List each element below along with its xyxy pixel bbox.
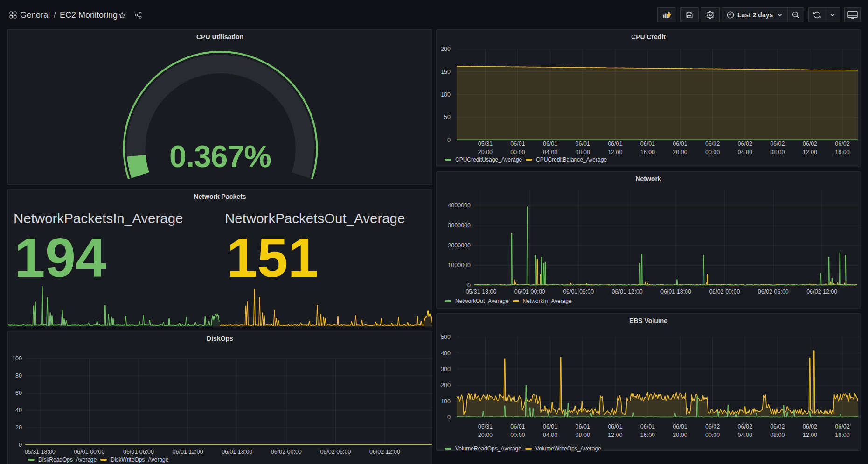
svg-text:16:00: 16:00 <box>835 149 849 155</box>
svg-text:16:00: 16:00 <box>640 149 655 155</box>
svg-text:00:00: 00:00 <box>705 432 720 438</box>
svg-text:06/02 06:00: 06/02 06:00 <box>320 449 351 455</box>
svg-text:12:00: 12:00 <box>803 149 817 155</box>
svg-text:06/02 00:00: 06/02 00:00 <box>709 288 740 295</box>
svg-text:06/02: 06/02 <box>705 141 720 147</box>
svg-text:06/02: 06/02 <box>803 141 817 147</box>
svg-text:100: 100 <box>12 355 22 362</box>
svg-text:06/02: 06/02 <box>803 423 817 430</box>
svg-text:06/02 06:00: 06/02 06:00 <box>758 288 789 295</box>
svg-text:16:00: 16:00 <box>835 432 849 438</box>
svg-text:0.367%: 0.367% <box>169 139 271 174</box>
svg-text:06/02: 06/02 <box>835 423 849 430</box>
svg-text:12:00: 12:00 <box>608 432 622 438</box>
svg-text:06/01: 06/01 <box>673 141 687 147</box>
svg-text:08:00: 08:00 <box>576 432 590 438</box>
svg-text:3000000: 3000000 <box>448 222 471 229</box>
svg-text:08:00: 08:00 <box>770 149 785 155</box>
svg-text:06/02: 06/02 <box>835 141 849 147</box>
svg-text:06/01: 06/01 <box>640 423 655 430</box>
svg-text:06/02 12:00: 06/02 12:00 <box>369 449 400 455</box>
svg-text:06/01: 06/01 <box>543 423 557 430</box>
svg-text:06/02: 06/02 <box>738 423 752 430</box>
svg-text:06/01: 06/01 <box>510 423 525 430</box>
svg-text:1000000: 1000000 <box>448 262 471 268</box>
svg-text:50: 50 <box>444 114 451 120</box>
svg-text:05/31: 05/31 <box>478 141 493 147</box>
svg-text:06/02: 06/02 <box>738 141 752 147</box>
svg-text:80: 80 <box>15 373 22 379</box>
svg-text:20: 20 <box>15 424 22 431</box>
svg-text:0: 0 <box>447 414 451 421</box>
svg-text:100: 100 <box>441 398 451 405</box>
svg-text:12:00: 12:00 <box>803 432 817 438</box>
svg-text:06/01: 06/01 <box>543 141 557 147</box>
svg-text:06/02: 06/02 <box>770 423 785 430</box>
svg-text:04:00: 04:00 <box>738 149 752 155</box>
svg-text:150: 150 <box>441 69 451 75</box>
svg-text:400: 400 <box>441 350 451 357</box>
svg-text:06/01: 06/01 <box>608 423 622 430</box>
svg-text:4000000: 4000000 <box>448 202 471 209</box>
svg-text:05/31: 05/31 <box>478 423 493 430</box>
svg-text:0: 0 <box>19 442 22 448</box>
svg-text:2000000: 2000000 <box>448 242 471 249</box>
svg-text:300: 300 <box>441 366 451 373</box>
svg-text:60: 60 <box>15 390 22 396</box>
svg-text:06/02: 06/02 <box>705 423 720 430</box>
svg-text:06/01 18:00: 06/01 18:00 <box>222 449 252 455</box>
svg-text:04:00: 04:00 <box>543 432 557 438</box>
svg-text:0: 0 <box>467 282 471 288</box>
svg-text:06/01 12:00: 06/01 12:00 <box>173 449 203 455</box>
svg-text:00:00: 00:00 <box>705 149 720 155</box>
svg-text:06/02: 06/02 <box>770 141 785 147</box>
svg-text:06/01: 06/01 <box>673 423 687 430</box>
svg-text:06/02 12:00: 06/02 12:00 <box>806 288 837 295</box>
svg-text:06/01: 06/01 <box>608 141 622 147</box>
svg-text:06/01: 06/01 <box>576 141 590 147</box>
svg-text:06/01: 06/01 <box>510 141 525 147</box>
svg-text:05/31 18:00: 05/31 18:00 <box>465 288 496 295</box>
svg-text:16:00: 16:00 <box>640 432 655 438</box>
svg-text:0: 0 <box>447 137 451 143</box>
svg-text:500: 500 <box>441 334 451 340</box>
svg-text:04:00: 04:00 <box>738 432 752 438</box>
svg-text:06/01 06:00: 06/01 06:00 <box>563 288 594 295</box>
svg-text:06/01 00:00: 06/01 00:00 <box>514 288 545 295</box>
svg-text:06/01 18:00: 06/01 18:00 <box>660 288 691 295</box>
svg-text:20:00: 20:00 <box>673 149 687 155</box>
svg-text:20:00: 20:00 <box>673 432 687 438</box>
svg-text:20:00: 20:00 <box>478 432 493 438</box>
svg-text:40: 40 <box>15 407 22 414</box>
svg-text:200: 200 <box>441 46 451 52</box>
svg-text:100: 100 <box>441 91 451 98</box>
svg-text:06/01: 06/01 <box>576 423 590 430</box>
svg-text:06/02 00:00: 06/02 00:00 <box>271 449 302 455</box>
svg-text:08:00: 08:00 <box>770 432 785 438</box>
svg-text:06/01 12:00: 06/01 12:00 <box>612 288 643 295</box>
svg-text:200: 200 <box>441 382 451 388</box>
svg-text:06/01: 06/01 <box>640 141 655 147</box>
svg-text:00:00: 00:00 <box>510 432 525 438</box>
